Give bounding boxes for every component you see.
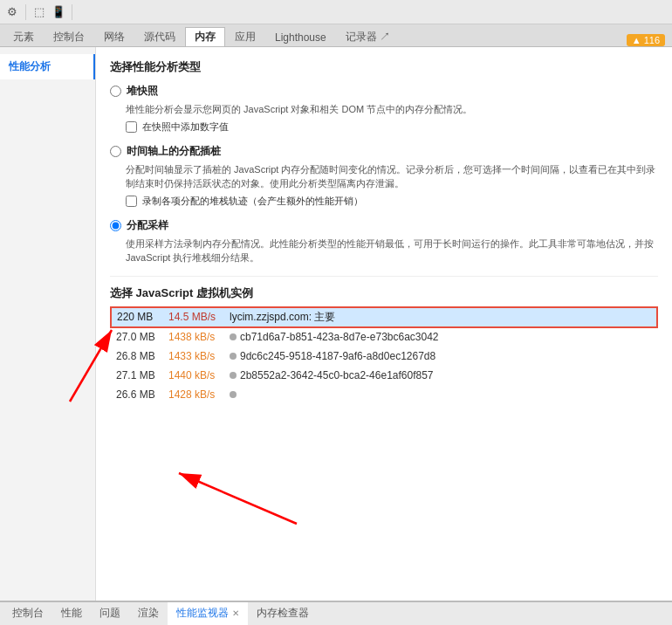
bottom-tab-rendering[interactable]: 渲染 [129, 602, 168, 626]
bottom-tab-console[interactable]: 控制台 [3, 602, 52, 626]
tab-sources[interactable]: 源代码 [134, 27, 185, 46]
option-heap-snapshot: 堆快照 堆性能分析会显示您网页的 JavaScript 对象和相关 DOM 节点… [110, 84, 658, 134]
option-timeline: 时间轴上的分配插桩 分配时间轴显示了插桩的 JavaScript 内存分配随时间… [110, 144, 658, 208]
vm-size: 27.1 MB [111, 366, 163, 385]
table-row[interactable]: 26.6 MB 1428 kB/s [111, 385, 657, 404]
vm-speed: 14.5 MB/s [163, 307, 224, 327]
vm-dot [230, 391, 237, 398]
vm-section-title: 选择 JavaScript 虚拟机实例 [110, 285, 658, 301]
heap-checkbox-label: 在快照中添加数字值 [142, 120, 229, 134]
divider [110, 276, 658, 277]
select-type-title: 选择性能分析类型 [110, 59, 658, 75]
radio-row-timeline: 时间轴上的分配插桩 [110, 144, 658, 159]
device-icon[interactable]: 📱 [50, 3, 67, 21]
bottom-tab-perf-monitor[interactable]: 性能监视器 ✕ [168, 602, 248, 626]
radio-row-heap: 堆快照 [110, 84, 658, 99]
table-row[interactable]: 220 MB 14.5 MB/s lycim.zzjspd.com: 主要 [111, 307, 657, 327]
table-row[interactable]: 27.1 MB 1440 kB/s 2b8552a2-3642-45c0-bca… [111, 366, 657, 385]
radio-sampling-label: 分配采样 [127, 218, 168, 233]
toolbar-separator2 [72, 4, 72, 20]
vm-size: 26.6 MB [111, 385, 163, 404]
timeline-checkbox-row: 录制各项分配的堆栈轨迹（会产生额外的性能开销） [126, 195, 658, 208]
toolbar-separator [25, 4, 26, 20]
vm-speed: 1440 kB/s [163, 366, 224, 385]
vm-name: lycim.zzjspd.com: 主要 [224, 307, 657, 327]
main-layout: 性能分析 选择性能分析类型 堆快照 堆性能分析会显示您网页的 JavaScrip… [0, 47, 672, 601]
timeline-desc: 分配时间轴显示了插桩的 JavaScript 内存分配随时间变化的情况。记录分析… [126, 162, 658, 191]
devtools-icon: ⚙ [3, 3, 21, 21]
top-toolbar: ⚙ ⬚ 📱 [0, 0, 672, 24]
radio-heap[interactable] [110, 86, 121, 97]
heap-desc: 堆性能分析会显示您网页的 JavaScript 对象和相关 DOM 节点中的内存… [126, 102, 658, 117]
radio-heap-label: 堆快照 [127, 84, 158, 99]
tab-recorder[interactable]: 记录器 ↗ [336, 27, 400, 46]
radio-timeline-label: 时间轴上的分配插桩 [127, 144, 221, 159]
sidebar: 性能分析 [0, 47, 96, 601]
vm-size: 220 MB [111, 307, 163, 327]
tab-application[interactable]: 应用 [225, 27, 265, 46]
content-area: 选择性能分析类型 堆快照 堆性能分析会显示您网页的 JavaScript 对象和… [96, 47, 672, 601]
vm-name: cb71d6a7-b851-423a-8d7e-e73bc6ac3042 [224, 327, 657, 347]
tab-elements[interactable]: 元素 [3, 27, 44, 46]
timeline-checkbox-label: 录制各项分配的堆栈轨迹（会产生额外的性能开销） [142, 195, 363, 208]
perf-monitor-close-icon[interactable]: ✕ [232, 608, 239, 618]
heap-checkbox[interactable] [126, 121, 137, 133]
tab-network[interactable]: 网络 [94, 27, 134, 46]
bottom-tab-issues[interactable]: 问题 [91, 602, 129, 626]
tab-console[interactable]: 控制台 [44, 27, 94, 46]
timeline-checkbox[interactable] [126, 196, 137, 207]
vm-name: 9dc6c245-9518-4187-9af6-a8d0ec1267d8 [224, 347, 657, 366]
radio-sampling[interactable] [110, 220, 121, 231]
vm-size: 26.8 MB [111, 347, 163, 366]
sampling-desc: 使用采样方法录制内存分配情况。此性能分析类型的性能开销最低，可用于长时间运行的操… [126, 237, 658, 265]
bottom-tab-bar: 控制台 性能 问题 渲染 性能监视器 ✕ 内存检查器 [0, 602, 672, 625]
inspect-icon[interactable]: ⬚ [31, 3, 48, 21]
vm-table: 220 MB 14.5 MB/s lycim.zzjspd.com: 主要 27… [110, 306, 658, 404]
vm-speed: 1433 kB/s [163, 347, 224, 366]
alert-badge: ▲ 116 [627, 34, 665, 46]
vm-dot [230, 353, 237, 360]
tab-memory[interactable]: 内存 [185, 27, 225, 46]
table-row[interactable]: 27.0 MB 1438 kB/s cb71d6a7-b851-423a-8d7… [111, 327, 657, 347]
vm-speed: 1428 kB/s [163, 385, 224, 404]
option-sampling: 分配采样 使用采样方法录制内存分配情况。此性能分析类型的性能开销最低，可用于长时… [110, 218, 658, 265]
bottom-panel: 控制台 性能 问题 渲染 性能监视器 ✕ 内存检查器 ✓ CPU 使用情况 58… [0, 601, 672, 625]
tab-lighthouse[interactable]: Lighthouse [265, 27, 336, 46]
radio-row-sampling: 分配采样 [110, 218, 658, 233]
bottom-tab-performance[interactable]: 性能 [52, 602, 91, 626]
sidebar-item-profiling[interactable]: 性能分析 [0, 54, 95, 79]
vm-dot [230, 372, 237, 379]
vm-speed: 1438 kB/s [163, 327, 224, 347]
table-row[interactable]: 26.8 MB 1433 kB/s 9dc6c245-9518-4187-9af… [111, 347, 657, 366]
heap-checkbox-row: 在快照中添加数字值 [126, 120, 658, 134]
radio-timeline[interactable] [110, 146, 121, 157]
bottom-tab-memory-inspector[interactable]: 内存检查器 [248, 602, 318, 626]
tab-bar: 元素 控制台 网络 源代码 内存 应用 Lighthouse 记录器 ↗ ▲ 1… [0, 24, 672, 47]
vm-name [224, 385, 657, 404]
vm-size: 27.0 MB [111, 327, 163, 347]
vm-dot [230, 333, 237, 340]
vm-name: 2b8552a2-3642-45c0-bca2-46e1af60f857 [224, 366, 657, 385]
